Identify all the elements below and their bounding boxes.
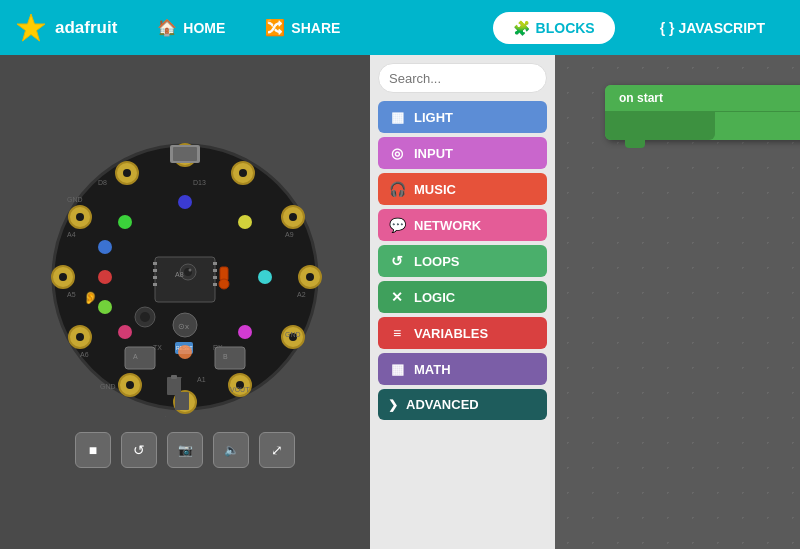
svg-text:A6: A6 <box>80 351 89 358</box>
input-icon: ◎ <box>388 145 406 161</box>
variables-label: VARIABLES <box>414 326 488 341</box>
loops-label: LOOPS <box>414 254 460 269</box>
math-icon: ▦ <box>388 361 406 377</box>
svg-point-75 <box>140 312 150 322</box>
svg-point-9 <box>306 273 314 281</box>
svg-text:GND: GND <box>67 196 83 203</box>
svg-rect-50 <box>153 269 157 272</box>
svg-rect-27 <box>173 147 197 161</box>
svg-point-83 <box>178 345 192 359</box>
category-network[interactable]: 💬 NETWORK <box>378 209 547 241</box>
on-start-body <box>605 112 715 140</box>
svg-point-21 <box>59 273 67 281</box>
svg-point-17 <box>126 381 134 389</box>
category-logic[interactable]: ✕ LOGIC <box>378 281 547 313</box>
on-start-header: on start <box>605 85 800 112</box>
svg-point-79 <box>178 195 192 209</box>
svg-rect-54 <box>213 269 217 272</box>
svg-rect-72 <box>171 375 177 379</box>
home-icon: 🏠 <box>157 18 177 37</box>
tab-javascript-label: { } JAVASCRIPT <box>660 20 765 36</box>
svg-text:A2: A2 <box>297 291 306 298</box>
sim-controls: ■ ↺ 📷 🔈 ⤢ <box>75 432 295 468</box>
on-start-block[interactable]: on start <box>605 85 800 140</box>
toolbox-panel: 🔍 ▦ LIGHT ◎ INPUT 🎧 MUSIC 💬 NETWORK ↺ LO… <box>370 55 555 549</box>
logo-star-icon <box>15 12 47 44</box>
fullscreen-button[interactable]: ⤢ <box>259 432 295 468</box>
svg-text:VOUT: VOUT <box>230 386 250 393</box>
category-input[interactable]: ◎ INPUT <box>378 137 547 169</box>
svg-point-85 <box>98 300 112 314</box>
tab-blocks-label: BLOCKS <box>536 20 595 36</box>
home-button[interactable]: 🏠 HOME <box>147 12 235 43</box>
svg-rect-49 <box>153 262 157 265</box>
refresh-button[interactable]: ↺ <box>121 432 157 468</box>
logo-text: adafruit <box>55 18 117 38</box>
workspace-panel[interactable]: on start <box>555 55 800 549</box>
tab-blocks[interactable]: 🧩 BLOCKS <box>493 12 615 44</box>
category-advanced[interactable]: ❯ ADVANCED <box>378 389 547 420</box>
svg-text:B: B <box>223 353 228 360</box>
svg-rect-55 <box>213 276 217 279</box>
svg-point-23 <box>76 213 84 221</box>
math-label: MATH <box>414 362 451 377</box>
svg-rect-67 <box>215 347 245 369</box>
category-light[interactable]: ▦ LIGHT <box>378 101 547 133</box>
svg-text:D8: D8 <box>98 179 107 186</box>
svg-text:GND: GND <box>285 331 301 338</box>
search-input[interactable] <box>389 71 555 86</box>
screenshot-button[interactable]: 📷 <box>167 432 203 468</box>
svg-text:A9: A9 <box>285 231 294 238</box>
advanced-chevron-icon: ❯ <box>388 398 398 412</box>
svg-text:♪: ♪ <box>155 414 160 417</box>
svg-text:A4: A4 <box>67 231 76 238</box>
svg-rect-51 <box>153 276 157 279</box>
input-label: INPUT <box>414 146 453 161</box>
music-icon: 🎧 <box>388 181 406 197</box>
svg-point-78 <box>118 215 132 229</box>
category-loops[interactable]: ↺ LOOPS <box>378 245 547 277</box>
logo-area: adafruit <box>15 12 117 44</box>
svg-text:GND: GND <box>100 383 116 390</box>
category-math[interactable]: ▦ MATH <box>378 353 547 385</box>
category-music[interactable]: 🎧 MUSIC <box>378 173 547 205</box>
advanced-label: ADVANCED <box>406 397 479 412</box>
svg-point-86 <box>98 240 112 254</box>
light-label: LIGHT <box>414 110 453 125</box>
logic-icon: ✕ <box>388 289 406 305</box>
svg-point-59 <box>189 268 192 271</box>
tab-javascript[interactable]: { } JAVASCRIPT <box>640 12 785 44</box>
svg-point-7 <box>289 213 297 221</box>
svg-text:⊙x: ⊙x <box>178 322 189 331</box>
svg-text:A1: A1 <box>197 376 206 383</box>
svg-point-81 <box>258 270 272 284</box>
svg-point-61 <box>219 279 229 289</box>
share-button[interactable]: 🔀 SHARE <box>255 12 350 43</box>
svg-text:A: A <box>133 353 138 360</box>
simulator-panel: D13 D8 GND A4 A5 A6 GND A0 VOUT A9 A2 GN… <box>0 55 370 549</box>
svg-point-5 <box>239 169 247 177</box>
sound-button[interactable]: 🔈 <box>213 432 249 468</box>
svg-rect-53 <box>213 262 217 265</box>
svg-point-84 <box>118 325 132 339</box>
svg-text:👂: 👂 <box>83 290 98 305</box>
share-label: SHARE <box>291 20 340 36</box>
svg-point-77 <box>98 270 112 284</box>
svg-point-80 <box>238 215 252 229</box>
search-box: 🔍 <box>378 63 547 93</box>
network-icon: 💬 <box>388 217 406 233</box>
header: adafruit 🏠 HOME 🔀 SHARE 🧩 BLOCKS { } JAV… <box>0 0 800 55</box>
board-svg: D13 D8 GND A4 A5 A6 GND A0 VOUT A9 A2 GN… <box>45 137 325 417</box>
circuit-board: D13 D8 GND A4 A5 A6 GND A0 VOUT A9 A2 GN… <box>45 137 325 417</box>
variables-icon: ≡ <box>388 325 406 341</box>
stop-button[interactable]: ■ <box>75 432 111 468</box>
svg-point-82 <box>238 325 252 339</box>
network-label: NETWORK <box>414 218 481 233</box>
svg-text:♪: ♪ <box>163 413 168 417</box>
svg-text:A5: A5 <box>67 291 76 298</box>
svg-rect-73 <box>175 392 189 410</box>
svg-rect-56 <box>213 283 217 286</box>
svg-rect-52 <box>153 283 157 286</box>
category-variables[interactable]: ≡ VARIABLES <box>378 317 547 349</box>
loops-icon: ↺ <box>388 253 406 269</box>
